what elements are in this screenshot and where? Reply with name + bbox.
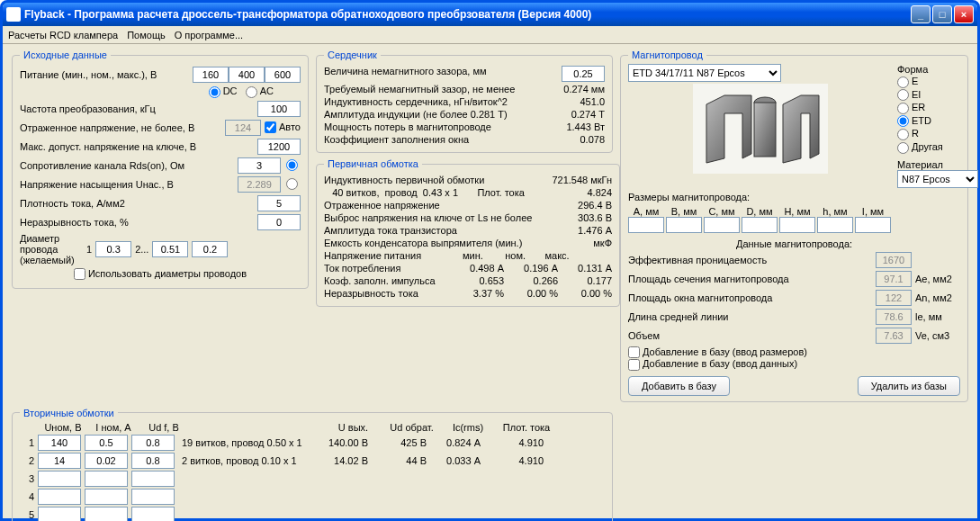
jdens-input[interactable] (257, 195, 301, 211)
dim-0[interactable] (628, 217, 664, 233)
menu-rcd[interactable]: Расчеты RCD клампера (8, 30, 118, 40)
diam2-input[interactable] (152, 241, 188, 257)
sec-unom-3[interactable] (38, 489, 81, 505)
maximize-button[interactable]: □ (932, 5, 952, 23)
dim-1[interactable] (666, 217, 702, 233)
menu-about[interactable]: О программе... (175, 30, 243, 40)
rds-input[interactable] (238, 157, 281, 174)
shape-etd[interactable]: ETD (897, 115, 960, 128)
refl-input (225, 120, 261, 136)
secondary-row: 4 (20, 489, 605, 505)
dc-radio[interactable]: DC (209, 85, 238, 98)
primary-legend: Первичная обмотка (324, 158, 422, 169)
sec-udf-2[interactable] (131, 471, 175, 487)
usat-input (238, 176, 281, 193)
ac-radio[interactable]: AC (246, 85, 274, 98)
supply-label: Питание (мин., ном., макс.), В (20, 69, 193, 80)
material-select[interactable]: N87 Epcos (897, 170, 978, 188)
sec-unom-2[interactable] (38, 471, 81, 487)
an-input (876, 290, 912, 306)
mag-legend: Магнитопровод (628, 49, 706, 60)
sec-unom-4[interactable] (38, 507, 81, 521)
dim-3[interactable] (742, 217, 778, 233)
rds-radio[interactable] (286, 159, 298, 171)
menu-help[interactable]: Помощь (127, 30, 166, 40)
sec-unom-0[interactable] (38, 435, 81, 451)
source-legend: Исходные данные (20, 49, 111, 60)
sec-inom-2[interactable] (85, 471, 128, 487)
sec-inom-3[interactable] (85, 489, 128, 505)
secondary-row: 22 витков, провод 0.10 x 114.02 В44 В0.0… (20, 453, 605, 469)
jdens-label: Плотность тока, А/мм2 (20, 198, 257, 209)
secondary-row: 119 витков, провод 0.50 x 1140.00 В425 В… (20, 435, 605, 451)
perm-input (876, 252, 912, 268)
rds-label: Сопротивление канала Rds(on), Ом (20, 160, 238, 171)
dims-label: Размеры магнитопровода: (628, 192, 960, 202)
vmax-label: Макс. допуст. напряжение на ключе, В (20, 141, 257, 152)
sec-udf-0[interactable] (131, 435, 175, 451)
secondary-fieldset: Вторичные обмотки Uном, В I ном, А Ud f,… (12, 408, 613, 521)
diam1-input[interactable] (95, 241, 131, 257)
close-button[interactable]: × (954, 5, 974, 23)
add-dims-check[interactable]: Добавление в базу (ввод размеров) (628, 346, 807, 357)
ae-input (876, 271, 912, 287)
sec-udf-4[interactable] (131, 507, 175, 521)
shape-e[interactable]: E (897, 76, 960, 88)
add-db-button[interactable]: Добавить в базу (628, 376, 730, 396)
shape-r[interactable]: R (897, 128, 960, 140)
core-image (693, 84, 828, 174)
supply-max[interactable] (265, 67, 301, 83)
supply-min[interactable] (193, 67, 229, 83)
refl-label: Отраженное напряжение, не более, В (20, 122, 225, 133)
svg-rect-1 (754, 103, 776, 157)
secondary-row: 5 (20, 507, 605, 521)
mag-fieldset: Магнитопровод ETD 34/17/11 N87 Epcos (620, 49, 968, 402)
source-fieldset: Исходные данные Питание (мин., ном., мак… (12, 49, 309, 289)
shape-ei[interactable]: EI (897, 89, 960, 102)
sec-inom-0[interactable] (85, 435, 128, 451)
dim-6[interactable] (855, 217, 891, 233)
dim-4[interactable] (779, 217, 815, 233)
usat-radio[interactable] (286, 178, 298, 190)
minimize-button[interactable]: _ (911, 5, 931, 23)
cont-input[interactable] (257, 214, 301, 230)
sec-unom-1[interactable] (38, 453, 81, 469)
window-title: Flyback - Программа расчета дроссель-тра… (24, 8, 909, 21)
usediam-check[interactable]: Использовать диаметры проводов (74, 268, 247, 281)
core-fieldset: Сердечник Величина немагнитного зазора, … (316, 49, 613, 153)
add-data-check[interactable]: Добавление в базу (ввод данных) (628, 358, 797, 369)
diam-label: Диаметр (20, 233, 83, 244)
usat-label: Напряжение насыщения Uнас., В (20, 179, 238, 190)
shape-other[interactable]: Другая (897, 141, 960, 154)
secondary-row: 3 (20, 471, 605, 487)
data-label: Данные магнитопровода: (628, 238, 960, 249)
freq-input[interactable] (257, 101, 301, 117)
dim-5[interactable] (817, 217, 853, 233)
sec-inom-1[interactable] (85, 453, 128, 469)
sec-udf-1[interactable] (131, 453, 175, 469)
shape-er[interactable]: ER (897, 102, 960, 114)
sec-inom-4[interactable] (85, 507, 128, 521)
dim-2[interactable] (704, 217, 740, 233)
le-input (876, 309, 912, 325)
core-legend: Сердечник (324, 49, 381, 60)
freq-label: Частота преобразования, кГц (20, 103, 257, 114)
core-select[interactable]: ETD 34/17/11 N87 Epcos (628, 64, 781, 82)
auto-check[interactable]: Авто (265, 121, 301, 134)
supply-nom[interactable] (229, 67, 265, 83)
secondary-legend: Вторичные обмотки (20, 408, 118, 418)
ve-input (876, 328, 912, 344)
sec-udf-3[interactable] (131, 489, 175, 505)
primary-fieldset: Первичная обмотка Индуктивность первично… (316, 158, 620, 307)
vmax-input[interactable] (257, 139, 301, 155)
app-icon (6, 7, 21, 22)
gap-input[interactable] (562, 66, 605, 82)
cont-label: Неразрывность тока, % (20, 217, 257, 228)
diam3-input[interactable] (192, 241, 228, 257)
del-db-button[interactable]: Удалить из базы (858, 376, 960, 396)
